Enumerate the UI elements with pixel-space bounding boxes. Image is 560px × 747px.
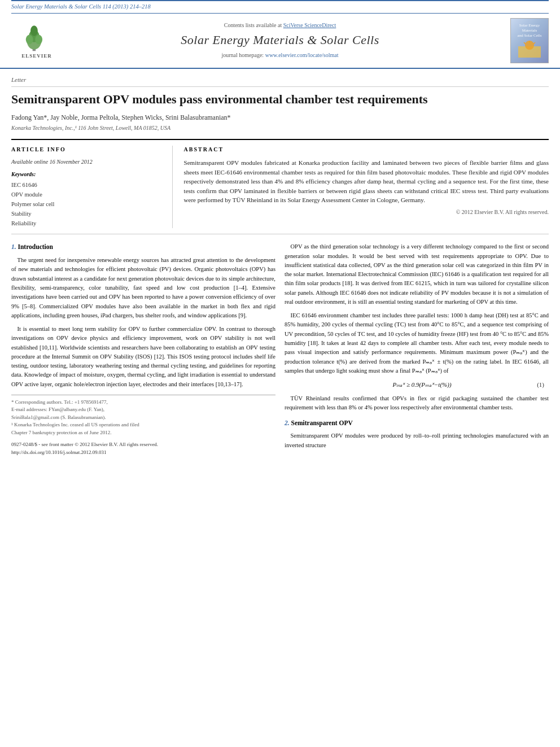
footnote-area: * Corresponding authors. Tel.: +1 978569…: [11, 395, 275, 437]
formula-number: (1): [537, 380, 544, 390]
journal-cover-thumb: Solar Energy Materialsand Solar Cells: [510, 18, 549, 63]
body-column-right: OPV as the third generation solar techno…: [285, 242, 549, 457]
available-online: Available online 16 November 2012: [11, 158, 165, 166]
affiliation: Konarka Technologies, Inc.,¹ 116 John St…: [11, 124, 549, 132]
footnote-corresponding: * Corresponding authors. Tel.: +1 978569…: [11, 399, 275, 407]
footnote-email1: E-mail addresses: FYan@albany.edu (F. Ya…: [11, 406, 275, 414]
journal-homepage: journal homepage: www.elsevier.com/locat…: [62, 51, 498, 59]
sciverse-link[interactable]: SciVerse ScienceDirect: [283, 22, 336, 28]
right-para1: OPV as the third generation solar techno…: [285, 242, 549, 307]
journal-cover-thumb-container: Solar Energy Materialsand Solar Cells: [498, 18, 549, 63]
article-info-heading: ARTICLE INFO: [11, 146, 165, 154]
keyword-item: IEC 61646: [11, 181, 165, 190]
section1-num: 1.: [11, 243, 18, 250]
section1-title: Introduction: [18, 243, 53, 250]
main-content: Letter Semitransparent OPV modules pass …: [0, 76, 560, 457]
keyword-item: Polymer solar cell: [11, 200, 165, 209]
elsevier-tree-icon: [20, 21, 54, 53]
section1-para2: It is essential to meet long term stabil…: [11, 325, 275, 389]
header-center: Contents lists available at SciVerse Sci…: [62, 21, 498, 59]
abstract-panel: ABSTRACT Semitransparent OPV modules fab…: [182, 146, 549, 228]
abstract-text: Semitransparent OPV modules fabricated a…: [184, 158, 549, 205]
body-column-left: 1. Introduction The urgent need for inex…: [11, 242, 275, 457]
keywords-section: Keywords: IEC 61646 OPV module Polymer s…: [11, 171, 165, 228]
keywords-label: Keywords:: [11, 171, 165, 178]
cover-graphic-icon: [518, 41, 541, 58]
footnote-note2: Chapter 7 bankruptcy protection as of Ju…: [11, 429, 275, 437]
journal-homepage-link[interactable]: www.elsevier.com/locate/solmat: [265, 52, 339, 58]
page-header: ELSEVIER Contents lists available at Sci…: [0, 14, 560, 69]
issn-line1: 0927-0248/$ - see front matter © 2012 El…: [11, 441, 275, 457]
svg-line-9: [524, 42, 526, 44]
svg-line-10: [533, 42, 535, 44]
section2-title: Semitransparent OPV: [291, 420, 353, 426]
svg-point-4: [26, 35, 33, 44]
svg-point-3: [30, 25, 38, 36]
journal-name-bar: Solar Energy Materials & Solar Cells 114…: [11, 0, 549, 14]
article-info-panel: ARTICLE INFO Available online 16 Novembe…: [11, 146, 173, 228]
authors-line: Fadong Yan*, Jay Noble, Jorma Peltola, S…: [11, 113, 549, 123]
footnote-note1: ¹ Konarka Technologies Inc. ceased all U…: [11, 421, 275, 429]
keyword-item: OPV module: [11, 190, 165, 200]
section1-heading: 1. Introduction: [11, 242, 275, 252]
keyword-item: Reliability: [11, 219, 165, 229]
keywords-list: IEC 61646 OPV module Polymer solar cell …: [11, 181, 165, 228]
svg-point-5: [35, 35, 42, 44]
keyword-item: Stability: [11, 209, 165, 219]
abstract-heading: ABSTRACT: [184, 146, 549, 154]
elsevier-logo-left: ELSEVIER: [11, 21, 62, 60]
article-title: Semitransparent OPV modules pass environ…: [11, 91, 549, 107]
section2-heading: 2. Semitransparent OPV: [285, 418, 549, 429]
right-para3: TÜV Rheinland results confirmed that OPV…: [285, 394, 549, 413]
copyright-notice: © 2012 Elsevier B.V. All rights reserved…: [184, 208, 549, 216]
body-columns: 1. Introduction The urgent need for inex…: [11, 242, 549, 457]
article-type: Letter: [11, 76, 549, 87]
section2-num: 2.: [285, 420, 291, 426]
section2-para1: Semitransparent OPV modules were produce…: [285, 431, 549, 450]
journal-title: Solar Energy Materials & Solar Cells: [62, 32, 498, 49]
section1-para1: The urgent need for inexpensive renewabl…: [11, 256, 275, 320]
right-para2: IEC 61646 environment chamber test inclu…: [285, 311, 549, 375]
article-info-abstract-row: ARTICLE INFO Available online 16 Novembe…: [11, 139, 549, 234]
sciverse-text: Contents lists available at SciVerse Sci…: [62, 21, 498, 29]
formula-text: Pᵢₙₐˣ ≥ 0.9(Pₘₐˣ−t(%)): [393, 380, 452, 390]
formula-block: Pᵢₙₐˣ ≥ 0.9(Pₘₐˣ−t(%)) (1): [285, 380, 549, 390]
footnote-email2: SriniBala1@gmail.com (S. Balasubramanian…: [11, 414, 275, 422]
